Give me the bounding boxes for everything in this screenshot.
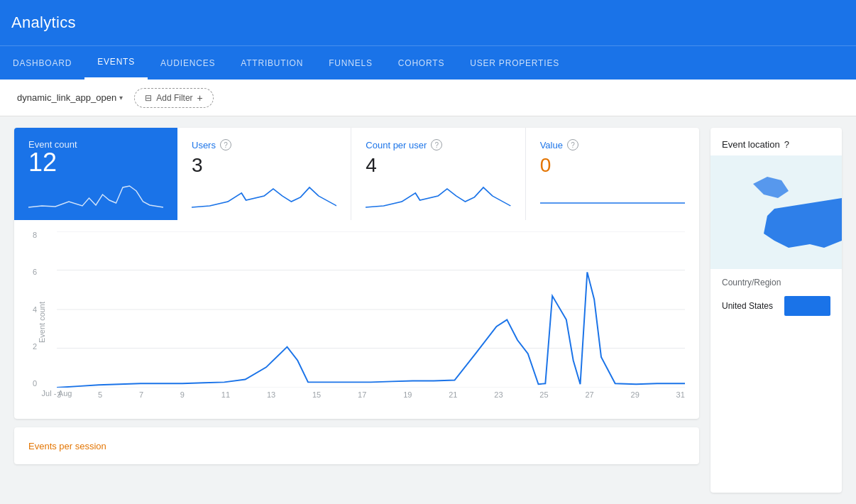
users-stat: Users ? 3	[177, 128, 351, 220]
nav-audiences[interactable]: AUDIENCES	[148, 46, 228, 80]
x-label-31: 31	[676, 390, 685, 399]
app-title: Analytics	[11, 13, 76, 32]
event-count-value: 12	[28, 150, 163, 175]
count-per-user-help-icon[interactable]: ?	[431, 139, 442, 150]
map-svg	[710, 155, 842, 269]
value-value: 0	[540, 154, 685, 177]
x-label-27: 27	[585, 390, 593, 399]
y-num-2: 2	[33, 343, 37, 351]
nav-cohorts[interactable]: COHORTS	[385, 46, 457, 80]
event-location-header: Event location ?	[710, 128, 842, 155]
chart-inner: 0 2 4 6 8	[57, 231, 685, 413]
add-filter-button[interactable]: ⊟ Add Filter +	[134, 88, 214, 108]
value-help-icon[interactable]: ?	[567, 139, 578, 150]
event-count-stat: Event count 12	[14, 128, 177, 220]
users-mini-chart	[192, 180, 336, 209]
event-dropdown[interactable]: dynamic_link_app_open ▾	[14, 89, 126, 106]
stats-card: Event count 12 Users ? 3	[14, 128, 699, 419]
nav-bar: DASHBOARD EVENTS AUDIENCES ATTRIBUTION F…	[0, 45, 856, 80]
count-per-user-stat: Count per user ? 4	[351, 128, 525, 220]
country-bar: United States	[710, 292, 842, 320]
filter-icon: ⊟	[145, 93, 152, 103]
y-num-0: 0	[33, 380, 37, 388]
app-header: Analytics	[0, 0, 856, 45]
x-label-19: 19	[403, 390, 412, 399]
country-bar-fill	[784, 296, 830, 316]
country-name: United States	[722, 301, 779, 311]
event-count-label: Event count	[28, 139, 163, 150]
value-label: Value	[540, 140, 563, 150]
event-dropdown-label: dynamic_link_app_open	[17, 92, 116, 103]
y-axis-label: Event count	[38, 302, 46, 343]
chart-area: Event count 0 2 4 6 8	[14, 220, 699, 419]
add-filter-label: Add Filter	[156, 93, 192, 103]
value-mini-chart	[540, 180, 685, 209]
nav-attribution[interactable]: ATTRIBUTION	[228, 46, 316, 80]
nav-user-properties[interactable]: USER PROPERTIES	[457, 46, 572, 80]
plus-icon: +	[197, 92, 203, 104]
y-num-6: 6	[33, 268, 37, 276]
users-help-icon[interactable]: ?	[220, 139, 231, 150]
x-label-25: 25	[539, 390, 548, 399]
y-num-4: 4	[33, 306, 37, 314]
filter-bar: dynamic_link_app_open ▾ ⊟ Add Filter +	[0, 80, 856, 116]
stats-row: Event count 12 Users ? 3	[14, 128, 699, 220]
count-per-user-label: Count per user	[366, 140, 427, 150]
map-container	[710, 155, 842, 269]
left-panel: Event count 12 Users ? 3	[14, 128, 699, 493]
events-per-session-title: Events per session	[28, 441, 106, 451]
nav-dashboard[interactable]: DASHBOARD	[0, 46, 84, 80]
event-count-mini-chart	[28, 180, 163, 209]
count-per-user-value: 4	[366, 154, 510, 177]
event-location-label: Event location	[722, 139, 780, 150]
nav-funnels[interactable]: FUNNELS	[316, 46, 385, 80]
main-content: Event count 12 Users ? 3	[0, 116, 856, 504]
x-label-23: 23	[494, 390, 503, 399]
users-value: 3	[192, 154, 336, 177]
x-label-29: 29	[631, 390, 640, 399]
bottom-section: Events per session	[14, 427, 699, 464]
count-per-user-mini-chart	[366, 180, 510, 209]
y-axis-numbers: 0 2 4 6 8	[33, 231, 37, 388]
main-chart-svg	[57, 231, 685, 388]
nav-events[interactable]: EVENTS	[84, 46, 148, 80]
x-label-21: 21	[449, 390, 457, 399]
chevron-down-icon: ▾	[119, 94, 123, 102]
right-panel: Event location ? Country/Region United S…	[710, 128, 842, 493]
users-label: Users	[192, 140, 216, 150]
x-axis-period-label: Jul - Aug	[14, 389, 371, 398]
value-stat: Value ? 0	[526, 128, 699, 220]
event-location-help-icon[interactable]: ?	[784, 139, 789, 150]
country-region-label: Country/Region	[710, 269, 842, 292]
y-num-8: 8	[33, 231, 37, 239]
chart-container: Event count 0 2 4 6 8	[28, 231, 685, 413]
